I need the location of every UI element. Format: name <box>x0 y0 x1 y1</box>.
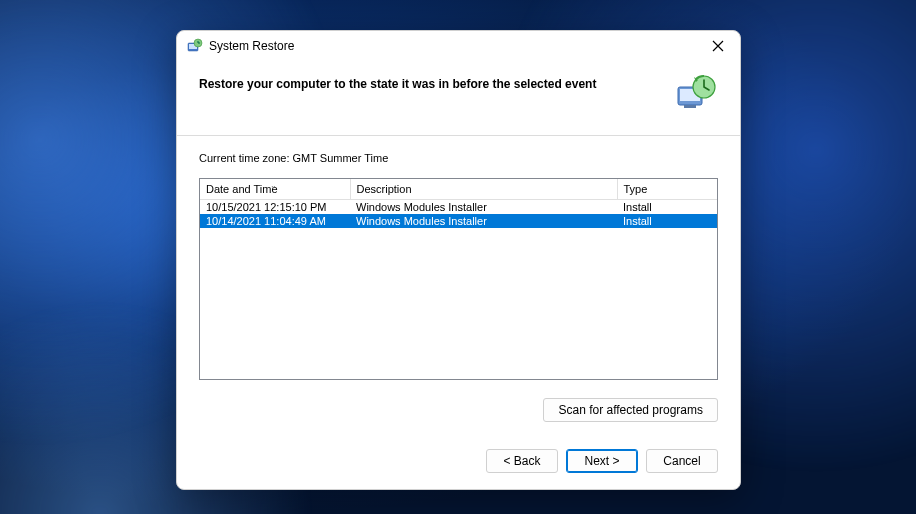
back-button[interactable]: < Back <box>486 449 558 473</box>
column-header-date[interactable]: Date and Time ⌄ <box>200 179 350 200</box>
cell-description: Windows Modules Installer <box>350 200 617 215</box>
cell-type: Install <box>617 200 717 215</box>
content-area: Current time zone: GMT Summer Time Date … <box>177 136 740 437</box>
restore-hero-icon <box>674 73 718 117</box>
restore-points-table: Date and Time ⌄ Description Type 10/15/2… <box>199 178 718 380</box>
next-button[interactable]: Next > <box>566 449 638 473</box>
system-restore-dialog: System Restore Restore your computer to … <box>176 30 741 490</box>
window-title: System Restore <box>209 39 294 53</box>
header-section: Restore your computer to the state it wa… <box>177 61 740 136</box>
cell-description: Windows Modules Installer <box>350 214 617 228</box>
cell-type: Install <box>617 214 717 228</box>
system-restore-icon <box>187 38 203 54</box>
column-header-description[interactable]: Description <box>350 179 617 200</box>
page-heading: Restore your computer to the state it wa… <box>199 73 664 91</box>
column-header-type-label: Type <box>624 183 648 195</box>
cancel-button[interactable]: Cancel <box>646 449 718 473</box>
column-header-type[interactable]: Type <box>617 179 717 200</box>
table-header-row: Date and Time ⌄ Description Type <box>200 179 717 200</box>
sort-descending-icon: ⌄ <box>270 181 277 190</box>
close-icon <box>712 40 724 52</box>
titlebar: System Restore <box>177 31 740 61</box>
table-row[interactable]: 10/15/2021 12:15:10 PM Windows Modules I… <box>200 200 717 215</box>
column-header-description-label: Description <box>357 183 412 195</box>
cell-date: 10/15/2021 12:15:10 PM <box>200 200 350 215</box>
svg-rect-5 <box>684 105 696 108</box>
scan-affected-programs-button[interactable]: Scan for affected programs <box>543 398 718 422</box>
timezone-label: Current time zone: GMT Summer Time <box>199 152 718 164</box>
cell-date: 10/14/2021 11:04:49 AM <box>200 214 350 228</box>
close-button[interactable] <box>706 34 730 58</box>
wizard-footer: < Back Next > Cancel <box>177 437 740 489</box>
table-row[interactable]: 10/14/2021 11:04:49 AM Windows Modules I… <box>200 214 717 228</box>
column-header-date-label: Date and Time <box>206 183 278 195</box>
